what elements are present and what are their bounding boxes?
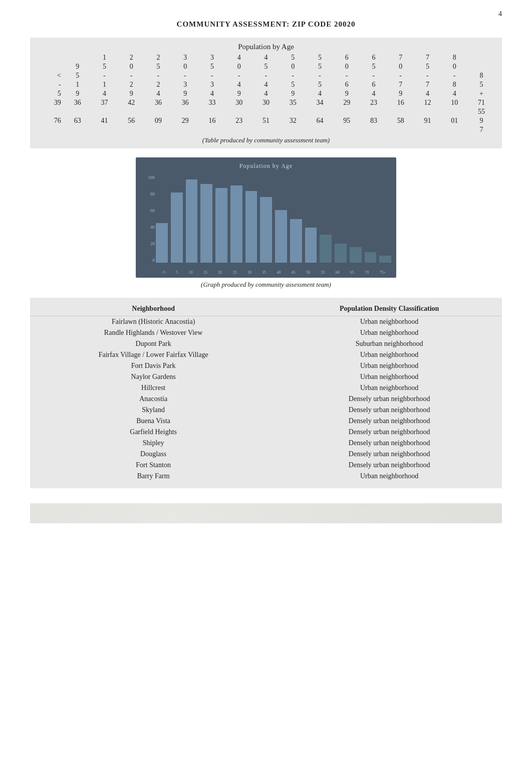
neighborhood-name: Fairfax Village / Lower Fairfax Village: [30, 349, 277, 360]
density-classification: Urban neighborhood: [277, 360, 502, 371]
density-classification: Urban neighborhood: [277, 349, 502, 360]
table-row: Randle Highlands / Westover ViewUrban ne…: [30, 327, 502, 338]
x-label: 35: [262, 270, 266, 275]
population-table: 12233445566778 9 50505050505050 <5 -----…: [37, 53, 495, 134]
neighborhood-name: Hillcrest: [30, 382, 277, 394]
x-label: 25: [233, 270, 237, 275]
x-label: 30: [247, 270, 251, 275]
x-label: <5: [161, 270, 166, 275]
chart-bar: [290, 219, 302, 263]
table-row: 7: [37, 125, 495, 134]
x-label: 65: [350, 270, 354, 275]
neighborhood-name: Anacostia: [30, 394, 277, 405]
neighborhood-name: Garfield Heights: [30, 427, 277, 438]
table-row: SkylandDensely urban neighborhood: [30, 405, 502, 416]
neighborhood-name: Naylor Gardens: [30, 371, 277, 382]
density-classification: Densely urban neighborhood: [277, 449, 502, 460]
neighborhood-name: Randle Highlands / Westover View: [30, 327, 277, 338]
col1-header: Neighborhood: [30, 303, 277, 316]
chart-x-axis: <551015202530354045505560657075+: [156, 270, 391, 275]
neighborhood-name: Dupont Park: [30, 338, 277, 349]
chart-bar: [156, 223, 168, 263]
table-row: 55: [37, 107, 495, 116]
table-row: <5 --------------8: [37, 71, 495, 80]
chart-note: (Graph produced by community assessment …: [30, 281, 502, 289]
density-classification: Urban neighborhood: [277, 316, 502, 328]
population-chart: Population by Age 100 80 60 40 20 0 <551…: [136, 157, 396, 278]
neighborhood-name: Buena Vista: [30, 416, 277, 427]
x-label: 15: [203, 270, 207, 275]
table-row: Buena VistaDensely urban neighborhood: [30, 416, 502, 427]
table-row: ShipleyDensely urban neighborhood: [30, 438, 502, 449]
neighborhood-name: Shipley: [30, 438, 277, 449]
x-label: 70: [365, 270, 369, 275]
table-row: Fairlawn (Historic Anacostia)Urban neigh…: [30, 316, 502, 328]
pop-table-title: Population by Age: [37, 43, 495, 51]
table-row: Garfield HeightsDensely urban neighborho…: [30, 427, 502, 438]
chart-section: Population by Age 100 80 60 40 20 0 <551…: [30, 157, 502, 278]
density-classification: Urban neighborhood: [277, 471, 502, 483]
neighborhood-name: Skyland: [30, 405, 277, 416]
nbhd-table-section: Neighborhood Population Density Classifi…: [30, 298, 502, 488]
page-title: COMMUNITY ASSESSMENT: ZIP CODE 20020: [30, 20, 502, 29]
chart-bar: [245, 191, 257, 263]
density-classification: Urban neighborhood: [277, 382, 502, 394]
chart-bar: [305, 228, 317, 263]
x-label: 60: [336, 270, 340, 275]
table-row: DouglassDensely urban neighborhood: [30, 449, 502, 460]
table-row: 59 49494949494944+: [37, 89, 495, 98]
density-classification: Urban neighborhood: [277, 327, 502, 338]
table-row: Dupont ParkSuburban neighborhood: [30, 338, 502, 349]
chart-bar: [350, 247, 362, 263]
density-classification: Densely urban neighborhood: [277, 394, 502, 405]
table-row: Fairfax Village / Lower Fairfax VillageU…: [30, 349, 502, 360]
neighborhood-name: Barry Farm: [30, 471, 277, 483]
y-label: 60: [150, 208, 155, 213]
page-number: 4: [30, 10, 502, 18]
density-classification: Densely urban neighborhood: [277, 405, 502, 416]
footer-blurred: [30, 503, 502, 523]
table-row: HillcrestUrban neighborhood: [30, 382, 502, 394]
table-header-row: Neighborhood Population Density Classifi…: [30, 303, 502, 316]
col2-header: Population Density Classification: [277, 303, 502, 316]
y-label: 40: [150, 225, 155, 230]
chart-bars: [156, 175, 391, 263]
x-label: 50: [306, 270, 310, 275]
table-row: -1 122334455667785: [37, 80, 495, 89]
pop-table-section: Population by Age 12233445566778 9 50505…: [30, 38, 502, 148]
y-label: 0: [153, 258, 155, 263]
neighborhood-name: Fort Davis Park: [30, 360, 277, 371]
table-row: 3936 374236363330303534292316121071: [37, 98, 495, 107]
density-classification: Densely urban neighborhood: [277, 460, 502, 471]
x-label: 10: [189, 270, 193, 275]
neighborhood-name: Douglass: [30, 449, 277, 460]
chart-title: Population by Age: [136, 162, 396, 170]
chart-bar: [186, 179, 198, 263]
table-row: 12233445566778: [37, 53, 495, 62]
neighborhood-table: Neighborhood Population Density Classifi…: [30, 303, 502, 483]
x-label: 45: [292, 270, 296, 275]
chart-bar: [320, 235, 332, 263]
chart-y-axis: 100 80 60 40 20 0: [140, 175, 155, 263]
table-row: Fort Davis ParkUrban neighborhood: [30, 360, 502, 371]
chart-bar: [275, 210, 287, 263]
chart-bar: [335, 244, 347, 263]
chart-bar: [171, 192, 183, 263]
chart-bar: [230, 185, 242, 263]
table-row: AnacostiaDensely urban neighborhood: [30, 394, 502, 405]
x-label: 75+: [380, 270, 386, 275]
table-note: (Table produced by community assessment …: [37, 136, 495, 144]
neighborhood-name: Fort Stanton: [30, 460, 277, 471]
table-row: 9 50505050505050: [37, 62, 495, 71]
density-classification: Suburban neighborhood: [277, 338, 502, 349]
chart-bar: [365, 252, 377, 263]
x-label: 20: [218, 270, 222, 275]
chart-bar: [215, 188, 227, 263]
chart-bar: [260, 197, 272, 263]
density-classification: Densely urban neighborhood: [277, 416, 502, 427]
table-row: Fort StantonDensely urban neighborhood: [30, 460, 502, 471]
y-label: 100: [148, 175, 155, 180]
x-label: 55: [321, 270, 325, 275]
density-classification: Densely urban neighborhood: [277, 427, 502, 438]
y-label: 80: [150, 191, 155, 197]
